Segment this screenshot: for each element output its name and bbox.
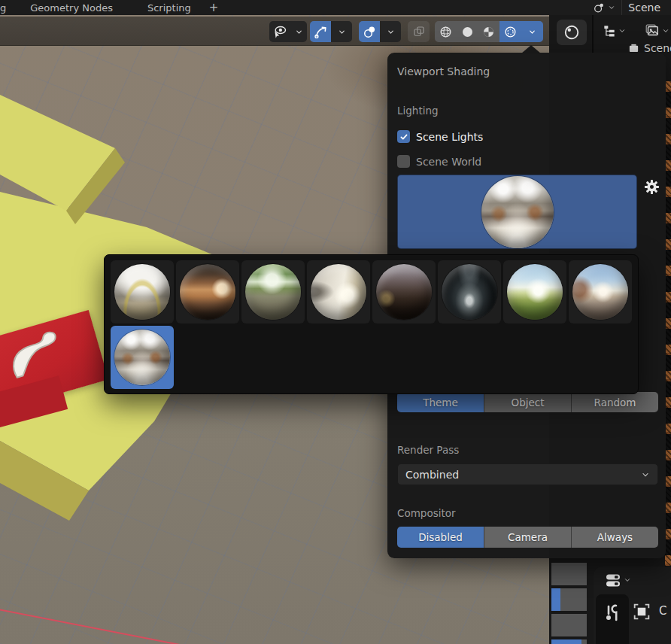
overlays-toggle-group (359, 21, 401, 42)
overlays-toggle-button[interactable] (359, 21, 380, 42)
scene-name-label: Scene (628, 2, 671, 14)
scene-selector-button[interactable] (587, 0, 621, 15)
clipped-button-3[interactable] (551, 614, 587, 636)
wireframe-icon (439, 25, 453, 39)
object-visibility-button[interactable] (269, 21, 307, 42)
scene-lights-label: Scene Lights (416, 131, 483, 143)
hdri-gold-room-sphere (311, 264, 366, 320)
object-brackets-icon[interactable] (631, 601, 652, 622)
chevron-down-icon (624, 576, 631, 584)
properties-editor: C (594, 567, 671, 644)
properties-toggles-icon (604, 571, 622, 589)
xray-toggle-button[interactable] (408, 21, 430, 42)
xray-icon (412, 25, 426, 38)
hdri-interior-chrome-sphere (114, 330, 170, 385)
outliner-clipped-items (665, 81, 671, 572)
clipped-button-2[interactable] (551, 588, 587, 611)
blender-window: Scene (0, 0, 671, 644)
workspace-tab-scripting[interactable]: Scripting (137, 0, 202, 15)
hdri-dark-tunnel[interactable] (438, 260, 501, 324)
chevron-down-icon (608, 4, 615, 11)
hdri-settings-gear-icon[interactable] (643, 178, 660, 196)
add-workspace-button[interactable]: + (202, 0, 226, 15)
hdri-sunny-field-sphere (507, 264, 563, 320)
selected-hdri-sphere (481, 176, 554, 248)
gizmo-arc-icon (314, 25, 328, 39)
gizmos-toggle-button[interactable] (310, 21, 331, 42)
scene-icon (593, 2, 606, 14)
color-mode-segmented: Theme Object Random (397, 392, 658, 412)
hdri-coastal-sunset-sphere (572, 264, 628, 320)
hdri-courtyard[interactable] (176, 260, 239, 324)
viewport-editor-type-button[interactable] (557, 20, 587, 45)
overlays-icon (363, 25, 377, 39)
render-pass-select[interactable]: Combined (397, 463, 658, 485)
compositor-always-button[interactable]: Always (572, 527, 658, 548)
editor-divider (592, 15, 594, 53)
image-stack-icon (644, 23, 660, 39)
compositor-segmented: Disabled Camera Always (397, 527, 658, 548)
hdri-coastal-sunset[interactable] (569, 260, 632, 324)
clipped-button-4[interactable] (551, 639, 587, 644)
compositor-disabled-button[interactable]: Disabled (397, 527, 484, 548)
outliner-tree-icon (602, 23, 617, 38)
outliner-editor-type-button[interactable] (602, 21, 626, 41)
hdri-selection-popup (104, 254, 639, 394)
rendered-icon (503, 25, 518, 39)
workspace-tab-clipped[interactable]: g (0, 0, 9, 15)
properties-editor-type-button[interactable] (604, 570, 631, 591)
workspace-tab-geometry-nodes[interactable]: Geometry Nodes (20, 0, 123, 15)
color-theme-button[interactable]: Theme (397, 392, 484, 412)
hdri-city-street[interactable] (111, 260, 174, 324)
overlays-dropdown-button[interactable] (380, 21, 401, 42)
panel-notch (521, 45, 541, 53)
scene-lights-row[interactable]: Scene Lights (397, 130, 483, 143)
panel-title: Viewport Shading (397, 65, 490, 77)
show-gizmo-eye-icon (269, 21, 290, 42)
compositor-section-label: Compositor (397, 507, 456, 519)
clipped-button-1[interactable] (551, 563, 587, 585)
tool-settings-icon[interactable] (603, 603, 621, 623)
hdri-night[interactable] (372, 260, 436, 324)
material-preview-icon (481, 25, 496, 39)
gizmos-toggle-group (310, 21, 352, 42)
shading-dropdown-button[interactable] (521, 21, 543, 42)
properties-breadcrumb: C (631, 597, 671, 644)
sphere-icon (563, 24, 580, 41)
scene-world-row[interactable]: Scene World (397, 155, 481, 168)
render-pass-label: Render Pass (397, 444, 459, 456)
hdri-forest-sphere (245, 264, 301, 320)
topbar: g Geometry Nodes Scripting + Scene (0, 0, 671, 15)
lighting-section-label: Lighting (397, 105, 439, 117)
hdri-environment-preview[interactable] (397, 175, 637, 249)
scene-world-checkbox[interactable] (397, 155, 410, 168)
material-preview-shading-button[interactable] (478, 21, 500, 42)
hdri-interior-chrome[interactable] (111, 326, 174, 389)
scene-world-label: Scene World (416, 156, 481, 168)
hdri-sunny-field[interactable] (503, 260, 566, 324)
hdri-courtyard-sphere (180, 264, 235, 320)
solid-shading-button[interactable] (457, 21, 478, 42)
outliner-display-mode-button[interactable] (644, 21, 669, 41)
chevron-down-icon[interactable] (290, 21, 307, 42)
color-random-button[interactable]: Random (572, 392, 658, 412)
shading-mode-group (435, 21, 543, 42)
clipped-button-stack (551, 563, 587, 644)
x-axis-line (0, 608, 187, 644)
topbar-divider (621, 0, 622, 15)
compositor-camera-button[interactable]: Camera (484, 527, 572, 548)
checkmark-icon (399, 132, 408, 141)
wireframe-shading-button[interactable] (435, 21, 457, 42)
hdri-forest[interactable] (241, 260, 305, 324)
color-object-button[interactable]: Object (484, 392, 572, 412)
gizmos-dropdown-button[interactable] (331, 21, 352, 42)
properties-tab-strip (596, 594, 629, 644)
chevron-down-icon (662, 27, 669, 35)
scene-lights-checkbox[interactable] (397, 130, 410, 143)
hdri-city-street-sphere (114, 264, 170, 320)
chevron-down-icon (641, 470, 650, 479)
hdri-night-sphere (376, 264, 432, 320)
rendered-shading-button[interactable] (499, 21, 521, 42)
hdri-gold-room[interactable] (307, 260, 370, 324)
hdri-dark-tunnel-sphere (442, 264, 497, 320)
